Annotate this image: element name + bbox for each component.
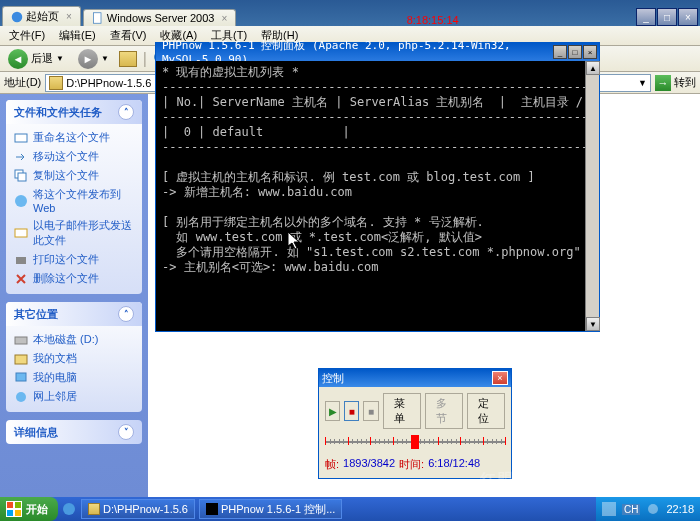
svg-rect-13 [16,257,26,264]
network-icon [14,390,28,404]
svg-point-17 [16,392,26,402]
globe-icon [11,11,23,23]
chevron-down-icon: ˅ [118,424,134,440]
locate-button[interactable]: 定位 [467,393,505,429]
menu-button[interactable]: 菜单 [383,393,421,429]
delete-icon [14,272,28,286]
close-icon[interactable]: × [221,13,227,24]
sidebar: 文件和文件夹任务 ˄ 重命名这个文件 移动这个文件 复制这个文件 将这个文件发布… [0,94,148,497]
play-button[interactable]: ▶ [325,401,340,421]
windows-logo-icon [6,501,22,517]
svg-rect-16 [16,373,26,381]
taskbar-item-console[interactable]: PHPnow 1.5.6-1 控制... [199,499,342,519]
tab-label: 起始页 [26,9,59,24]
svg-rect-15 [15,355,27,364]
slider-thumb[interactable] [411,435,419,449]
back-button[interactable]: ◄ 后退 ▼ [4,48,68,70]
console-icon [206,503,218,515]
scroll-down-icon[interactable]: ▼ [586,317,600,331]
console-output[interactable]: * 现有的虚拟主机列表 * --------------------------… [156,61,599,331]
console-scrollbar[interactable]: ▲ ▼ [585,61,599,331]
svg-rect-10 [18,173,26,181]
close-button[interactable]: × [678,8,698,26]
menu-edit[interactable]: 编辑(E) [54,27,101,44]
timeline-slider[interactable] [325,433,505,451]
task-move[interactable]: 移动这个文件 [10,147,138,166]
address-label: 地址(D) [4,75,41,90]
tray-icon[interactable] [602,502,616,516]
control-dialog: 控制 × ▶ ■ ■ 菜单 多节 定位 帧: 1893/3842 时间: 6:1… [318,368,512,479]
place-network[interactable]: 网上邻居 [10,387,138,406]
taskbar: 开始 D:\PHPnow-1.5.6 PHPnow 1.5.6-1 控制... … [0,497,700,521]
task-email[interactable]: 以电子邮件形式发送此文件 [10,216,138,250]
start-button[interactable]: 开始 [0,497,58,521]
console-window: PHPnow 1.5.6-1 控制面板 (Apache 2.0, php-5.2… [155,42,600,332]
task-rename[interactable]: 重命名这个文件 [10,128,138,147]
quicklaunch-icon[interactable] [61,501,77,517]
page-icon [92,12,104,24]
panel-header[interactable]: 详细信息 ˅ [6,420,142,444]
ime-indicator[interactable]: CH [622,504,640,515]
console-titlebar[interactable]: PHPnow 1.5.6-1 控制面板 (Apache 2.0, php-5.2… [156,43,599,61]
scroll-up-icon[interactable]: ▲ [586,61,600,75]
sidebar-details: 详细信息 ˅ [6,420,142,444]
close-button[interactable]: × [583,45,597,59]
clock[interactable]: 22:18 [666,503,694,515]
place-documents[interactable]: 我的文档 [10,349,138,368]
svg-rect-14 [15,337,27,344]
task-copy[interactable]: 复制这个文件 [10,166,138,185]
print-icon [14,253,28,267]
place-disk-d[interactable]: 本地磁盘 (D:) [10,330,138,349]
frame-label: 帧: [325,457,339,472]
sidebar-file-tasks: 文件和文件夹任务 ˄ 重命名这个文件 移动这个文件 复制这个文件 将这个文件发布… [6,100,142,294]
task-print[interactable]: 打印这个文件 [10,250,138,269]
close-icon[interactable]: × [66,11,72,22]
control-titlebar[interactable]: 控制 × [319,369,511,387]
folder-icon [49,76,63,90]
back-icon: ◄ [8,49,28,69]
pause-button[interactable]: ■ [344,401,359,421]
svg-point-0 [12,11,23,22]
time-label: 时间: [399,457,424,472]
folder-icon [88,503,100,515]
menu-file[interactable]: 文件(F) [4,27,50,44]
task-publish[interactable]: 将这个文件发布到 Web [10,185,138,216]
system-tray: CH 22:18 [596,497,700,521]
svg-rect-1 [93,13,101,24]
folder-icon [14,352,28,366]
tab-start[interactable]: 起始页 × [2,6,81,26]
up-button[interactable] [119,51,137,67]
multi-button[interactable]: 多节 [425,393,463,429]
go-button[interactable]: → 转到 [655,75,696,91]
computer-icon [14,371,28,385]
maximize-button[interactable]: □ [568,45,582,59]
stop-button[interactable]: ■ [363,401,378,421]
tab-winserver[interactable]: Windows Server 2003 × [83,9,236,26]
svg-rect-20 [7,510,13,516]
minimize-button[interactable]: _ [636,8,656,26]
svg-point-22 [63,503,75,515]
svg-rect-19 [15,502,21,508]
sidebar-other-places: 其它位置 ˄ 本地磁盘 (D:) 我的文档 我的电脑 网上邻居 [6,302,142,412]
browser-tabs: 起始页 × Windows Server 2003 × 8:18:15:14 _… [0,0,700,26]
tray-icon[interactable] [646,502,660,516]
maximize-button[interactable]: □ [657,8,677,26]
panel-header[interactable]: 其它位置 ˄ [6,302,142,326]
mail-icon [14,226,28,240]
forward-button[interactable]: ► ▼ [74,48,113,70]
task-delete[interactable]: 删除这个文件 [10,269,138,288]
panel-header[interactable]: 文件和文件夹任务 ˄ [6,100,142,124]
frame-value: 1893/3842 [343,457,395,472]
svg-rect-21 [15,510,21,516]
place-computer[interactable]: 我的电脑 [10,368,138,387]
menu-view[interactable]: 查看(V) [105,27,152,44]
svg-rect-12 [15,229,27,237]
close-button[interactable]: × [492,371,508,385]
move-icon [14,150,28,164]
time-value: 6:18/12:48 [428,457,480,472]
tab-label: Windows Server 2003 [107,12,215,24]
minimize-button[interactable]: _ [553,45,567,59]
taskbar-item-explorer[interactable]: D:\PHPnow-1.5.6 [81,499,195,519]
chevron-up-icon: ˄ [118,104,134,120]
svg-rect-8 [15,134,27,142]
